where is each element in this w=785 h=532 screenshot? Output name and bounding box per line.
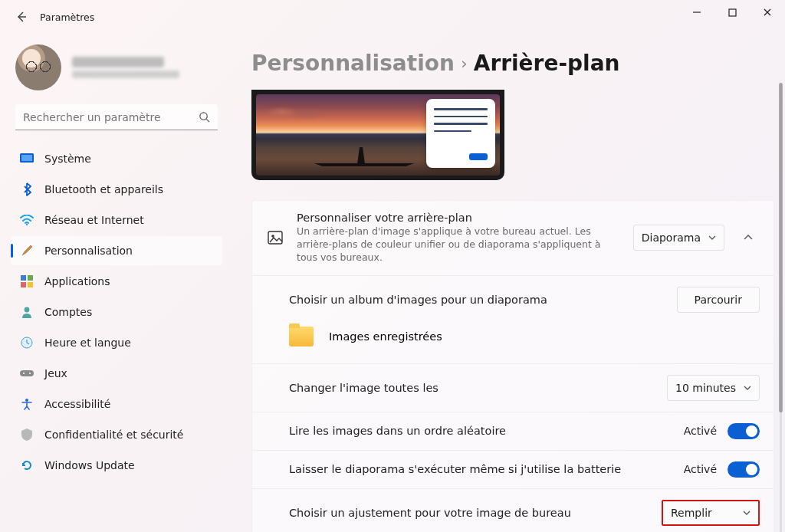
nav-label: Comptes <box>44 306 92 318</box>
nav-list: Système Bluetooth et appareils Réseau et… <box>11 144 222 480</box>
chevron-down-icon <box>743 511 751 515</box>
nav-accessibility[interactable]: Accessibilité <box>11 389 222 419</box>
background-type-dropdown[interactable]: Diaporama <box>633 225 724 251</box>
minimize-icon <box>692 8 701 17</box>
nav-privacy[interactable]: Confidentialité et sécurité <box>11 420 222 449</box>
nav-label: Réseau et Internet <box>44 214 144 226</box>
svg-point-9 <box>25 307 30 313</box>
svg-rect-3 <box>21 155 32 161</box>
scrollbar-thumb[interactable] <box>779 83 783 412</box>
nav-label: Système <box>44 153 91 165</box>
user-info <box>72 57 179 78</box>
nav-apps[interactable]: Applications <box>11 267 222 296</box>
breadcrumb-separator: › <box>461 54 468 73</box>
header-title: Personnaliser votre arrière-plan <box>297 212 621 224</box>
window-title: Paramètres <box>40 11 94 23</box>
dropdown-value: 10 minutes <box>675 382 736 394</box>
brush-icon <box>20 244 34 258</box>
desktop-preview <box>251 90 504 180</box>
shuffle-toggle[interactable] <box>728 423 760 439</box>
titlebar: Paramètres <box>0 0 785 34</box>
nav-network[interactable]: Réseau et Internet <box>11 205 222 235</box>
folder-name: Images enregistrées <box>329 330 442 343</box>
user-profile[interactable] <box>11 44 222 104</box>
nav-gaming[interactable]: Jeux <box>11 359 222 388</box>
minimize-button[interactable] <box>679 0 714 25</box>
search-input[interactable] <box>23 111 199 123</box>
expand-toggle[interactable] <box>737 232 760 243</box>
breadcrumb-current: Arrière-plan <box>474 51 620 76</box>
main-content: Personnalisation › Arrière-plan Personna… <box>230 34 785 532</box>
chevron-up-icon <box>744 235 753 241</box>
monitor-icon <box>20 152 34 166</box>
svg-point-1 <box>200 113 207 120</box>
nav-label: Heure et langue <box>44 337 131 349</box>
avatar <box>15 44 61 90</box>
battery-row: Laisser le diaporama s'exécuter même si … <box>252 450 774 488</box>
nav-label: Accessibilité <box>44 398 110 410</box>
battery-state: Activé <box>684 463 717 475</box>
interval-row: Changer l'image toutes les 10 minutes <box>252 363 774 412</box>
svg-point-12 <box>23 373 25 374</box>
window-controls <box>679 0 785 25</box>
nav-update[interactable]: Windows Update <box>11 451 222 480</box>
header-subtitle: Un arrière-plan d'image s'applique à vot… <box>297 225 621 264</box>
chevron-down-icon <box>708 235 716 240</box>
breadcrumb: Personnalisation › Arrière-plan <box>251 34 774 90</box>
nav-system[interactable]: Système <box>11 144 222 173</box>
battery-label: Laisser le diaporama s'exécuter même si … <box>289 463 684 475</box>
image-icon <box>266 230 284 245</box>
wallpaper-silhouette <box>314 139 422 166</box>
search-box[interactable] <box>15 104 218 130</box>
breadcrumb-parent[interactable]: Personnalisation <box>251 51 455 76</box>
shuffle-label: Lire les images dans un ordre aléatoire <box>289 425 684 437</box>
update-icon <box>20 458 34 472</box>
album-label: Choisir un album d'images pour un diapor… <box>289 294 677 306</box>
apps-icon <box>20 274 34 288</box>
nav-label: Personnalisation <box>44 245 133 257</box>
svg-point-13 <box>29 373 31 374</box>
svg-rect-8 <box>28 282 33 287</box>
wifi-icon <box>20 213 34 227</box>
gamepad-icon <box>20 366 34 380</box>
selected-folder-row[interactable]: Images enregistrées <box>252 323 774 363</box>
svg-rect-5 <box>21 275 26 281</box>
svg-point-16 <box>271 235 274 238</box>
interval-dropdown[interactable]: 10 minutes <box>667 375 760 401</box>
chevron-down-icon <box>744 386 751 390</box>
nav-bluetooth[interactable]: Bluetooth et appareils <box>11 175 222 204</box>
svg-rect-11 <box>20 370 34 376</box>
browse-button[interactable]: Parcourir <box>677 287 760 313</box>
personalize-background-header[interactable]: Personnaliser votre arrière-plan Un arri… <box>252 201 774 275</box>
dropdown-value: Remplir <box>671 507 712 519</box>
search-icon <box>199 111 210 123</box>
nav-accounts[interactable]: Comptes <box>11 297 222 327</box>
bluetooth-icon <box>20 182 34 196</box>
nav-personalization[interactable]: Personnalisation <box>11 236 222 265</box>
accessibility-icon <box>20 397 34 411</box>
interval-label: Changer l'image toutes les <box>289 382 667 394</box>
nav-label: Applications <box>44 275 110 287</box>
nav-label: Jeux <box>44 367 67 379</box>
nav-label: Bluetooth et appareils <box>44 183 163 195</box>
window-preview <box>426 99 495 168</box>
shield-icon <box>20 428 34 442</box>
nav-time[interactable]: Heure et langue <box>11 328 222 357</box>
background-section: Personnaliser votre arrière-plan Un arri… <box>251 200 774 532</box>
battery-toggle[interactable] <box>728 461 760 478</box>
globe-clock-icon <box>20 336 34 350</box>
user-email-redacted <box>72 71 179 78</box>
shuffle-state: Activé <box>684 425 717 437</box>
svg-rect-7 <box>21 282 26 287</box>
fit-dropdown[interactable]: Remplir <box>662 500 760 526</box>
back-button[interactable] <box>6 2 37 32</box>
choose-album-row: Choisir un album d'images pour un diapor… <box>252 275 774 323</box>
svg-rect-0 <box>729 9 736 16</box>
wallpaper-preview <box>256 94 500 176</box>
user-name-redacted <box>72 57 164 67</box>
close-button[interactable] <box>750 0 785 25</box>
folder-icon <box>289 327 314 346</box>
maximize-button[interactable] <box>714 0 750 25</box>
maximize-icon <box>728 8 737 17</box>
close-icon <box>763 8 772 17</box>
